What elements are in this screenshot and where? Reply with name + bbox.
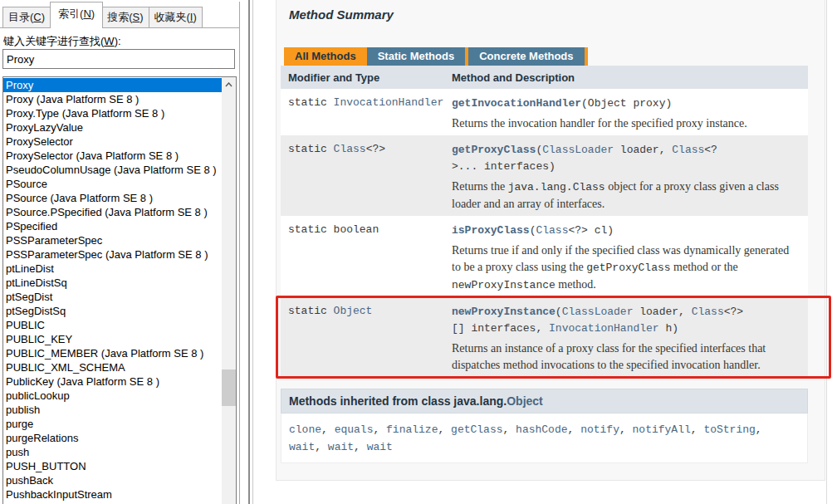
method-link[interactable]: InvocationHandler [549,322,659,335]
text-segment: , [373,423,386,436]
listbox-scrollbar[interactable] [222,77,236,504]
inherited-method-link[interactable]: wait [289,441,315,453]
filter-tab-static-methods[interactable]: Static Methods [367,47,465,66]
pane-splitter[interactable] [248,0,250,504]
table-body: static InvocationHandlergetInvocationHan… [281,89,808,377]
index-list-item[interactable]: purgeRelations [3,431,222,445]
index-list-item[interactable]: ProxySelector [3,135,222,149]
method-link[interactable]: ClassLoader [562,306,634,318]
index-results-list: ProxyProxy (Java Platform SE 8 )Proxy.Ty… [3,78,222,502]
index-list-item[interactable]: PSource [3,177,222,191]
index-list-item[interactable]: PSSParameterSpec (Java Platform SE 8 ) [3,247,222,262]
index-list-item[interactable]: ptLineDistSq [3,276,222,290]
help-tab-label: 搜索( [107,11,132,23]
index-list-item[interactable]: push [3,445,222,459]
class-link[interactable]: Object [507,394,543,408]
text-segment: method or the [671,261,738,273]
method-link[interactable]: Class [672,144,704,156]
inherited-method-link[interactable]: wait [367,441,393,453]
method-cell: isProxyClass(Class<?> cl)Returns true if… [452,216,808,297]
method-cell: newProxyInstance(ClassLoader loader, Cla… [452,297,808,377]
inherited-method-link[interactable]: clone [289,423,321,436]
method-link[interactable]: isProxyClass [452,224,530,237]
index-list-item[interactable]: PUBLIC [3,318,222,332]
column-header-method: Method and Description [452,66,808,89]
type-link[interactable]: Object [334,305,373,317]
text-segment: (Object proxy) [581,97,672,110]
inherited-method-link[interactable]: equals [335,423,374,436]
index-list-item[interactable]: PSpecified [3,219,222,233]
filter-tab-concrete-methods[interactable]: Concrete Methods [468,47,584,66]
help-tab-label: C [33,11,41,23]
text-segment: <?> [724,306,743,318]
index-list-item[interactable]: Proxy.Type (Java Platform SE 8 ) [3,106,222,120]
inherited-method-link[interactable]: finalize [386,423,438,436]
index-list-item[interactable]: Proxy (Java Platform SE 8 ) [3,92,222,106]
method-cell: getProxyClass(ClassLoader loader, Class<… [452,135,808,216]
text-segment: static [288,305,334,317]
inherited-method-link[interactable]: hashCode [516,423,567,436]
text-segment: , [438,423,451,436]
index-list-item[interactable]: pushBack [3,473,222,487]
index-list-item[interactable]: ProxyLazyValue [3,120,222,135]
index-list-item[interactable]: PSource (Java Platform SE 8 ) [3,191,222,205]
text-segment: Returns the invocation handler for the s… [452,117,747,130]
method-row: static InvocationHandlergetInvocationHan… [281,89,808,135]
index-list-item[interactable]: PUBLIC_MEMBER (Java Platform SE 8 ) [3,346,222,360]
method-link[interactable]: getProxyClass [452,144,536,156]
method-description: Returns true if and only if the specifie… [452,242,800,294]
inherited-method-link[interactable]: wait [328,441,354,453]
index-list-item[interactable]: PUBLIC_KEY [3,332,222,346]
index-list-item[interactable]: PUSH_BUTTON [3,459,222,473]
tab-end-decoration [585,47,588,66]
method-row: static ObjectnewProxyInstance(ClassLoade… [281,297,808,377]
index-list-item[interactable]: publicLookup [3,389,222,403]
text-segment: <?> cl) [568,224,614,237]
help-tab-label: 目录( [8,11,33,23]
method-link[interactable]: newProxyInstance [452,306,556,318]
help-tab-1[interactable]: 索引(N) [50,2,103,28]
text-segment: static [288,143,334,155]
help-tab-0[interactable]: 目录(C) [2,7,51,28]
inherited-method-link[interactable]: toString [703,423,755,436]
index-list-item[interactable]: Proxy [3,78,222,92]
index-list-item[interactable]: PSource.PSpecified (Java Platform SE 8 ) [3,205,222,219]
label-text: ): [115,35,121,47]
index-list-item[interactable]: ptSegDist [3,290,222,304]
index-list-item[interactable]: PushbackInputStream [3,487,222,502]
method-link[interactable]: Class [692,306,724,318]
text-segment: , [691,423,704,436]
help-tab-label: N [83,7,91,20]
keyword-search-input[interactable] [2,49,235,69]
scrollbar-up-button[interactable] [222,77,236,91]
help-tab-label: S [133,11,140,23]
index-list-item[interactable]: PUBLIC_XML_SCHEMA [3,360,222,374]
method-link[interactable]: Class [536,224,568,237]
method-link[interactable]: getInvocationHandler [452,97,581,110]
help-tab-2[interactable]: 搜索(S) [102,7,149,28]
text-segment: loader, [633,306,691,318]
help-viewer-window: { "left_panel": { "tabs": [ {"pre":"目录("… [0,0,837,504]
scrollbar-thumb[interactable] [222,369,236,406]
inherited-method-link[interactable]: notifyAll [633,423,691,436]
index-list-item[interactable]: ptSegDistSq [3,304,222,318]
method-signature: [] interfaces, InvocationHandler h) [452,321,808,337]
method-link[interactable]: ClassLoader [542,144,614,156]
inherited-method-link[interactable]: getClass [451,423,502,436]
index-list-item[interactable]: PSSParameterSpec [3,233,222,247]
index-list-item[interactable]: ProxySelector (Java Platform SE 8 ) [3,149,222,163]
method-cell: getInvocationHandler(Object proxy)Return… [452,89,808,135]
filter-tab-all-methods[interactable]: All Methods [284,47,367,66]
index-list-item[interactable]: ptLineDist [3,262,222,276]
type-link[interactable]: InvocationHandler [334,96,444,109]
inherited-method-link[interactable]: notify [580,423,619,436]
help-tab-3[interactable]: 收藏夹(I) [149,7,203,28]
index-list-item[interactable]: PublicKey (Java Platform SE 8 ) [3,374,222,389]
index-list-item[interactable]: purge [3,417,222,431]
text-segment: java.lang.Class [508,181,605,193]
method-filter-tabbar: All MethodsStatic MethodsConcrete Method… [284,47,588,66]
type-link[interactable]: Class [334,143,366,155]
index-list-item[interactable]: publish [3,403,222,417]
inherited-methods-block: clone, equals, finalize, getClass, hashC… [281,413,808,463]
index-list-item[interactable]: PseudoColumnUsage (Java Platform SE 8 ) [3,163,222,177]
